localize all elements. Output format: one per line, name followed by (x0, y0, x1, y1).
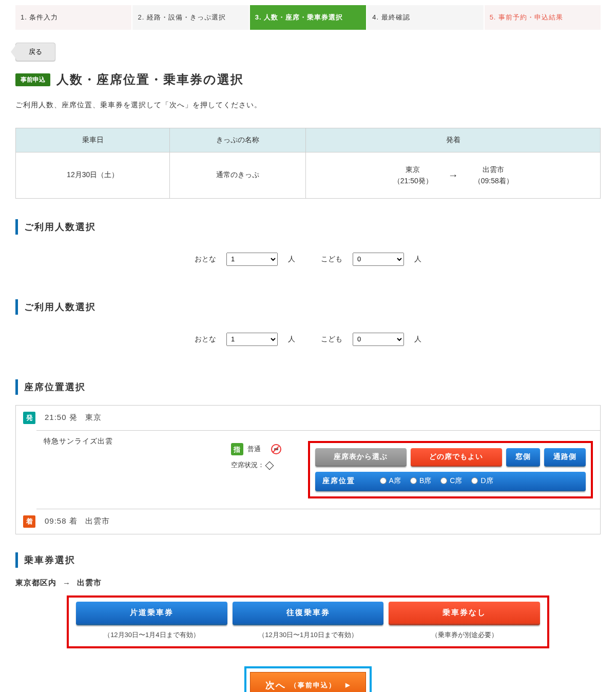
back-button[interactable]: 戻る (15, 43, 55, 61)
ticket-round-card: 往復乗車券 （12月30日〜1月10日まで有効） (233, 602, 384, 642)
step-2: 2. 経路・設備・きっぷ選択 (132, 5, 248, 30)
child-label-2: こども (321, 335, 342, 344)
next-wrap: 次へ （事前申込） ▶ (15, 666, 601, 692)
th-ticket: きっぷの名称 (170, 128, 306, 152)
no-ticket-button[interactable]: 乗車券なし (389, 602, 540, 625)
title-row: 事前申込 人数・座席位置・乗車券の選択 (15, 71, 601, 88)
seat-controls: 座席表から選ぶ どの席でもよい 窓側 通路側 座席位置 A席 B席 C席 D席 (301, 431, 600, 509)
ticket-none-card: 乗車券なし （乗車券が別途必要） (389, 602, 540, 642)
adult-select[interactable]: 1 (226, 253, 278, 266)
next-sub: （事前申込） (290, 681, 336, 690)
section-passenger-count: ご利用人数選択 (15, 219, 601, 235)
step-5: 5. 事前予約・申込結果 (485, 5, 601, 30)
seat-b-option[interactable]: B席 (410, 476, 431, 486)
oneway-note: （12月30日〜1月4日まで有効） (76, 625, 227, 642)
ticket-options-highlight: 片道乗車券 （12月30日〜1月4日まで有効） 往復乗車券 （12月30日〜1月… (67, 595, 549, 648)
from-station: 東京 (393, 164, 433, 175)
adult-select-2[interactable]: 1 (226, 333, 278, 346)
window-seat-button[interactable]: 窓側 (506, 448, 540, 467)
from-time: （21:50発） (393, 175, 433, 186)
arrow-right-icon: → (448, 169, 458, 181)
page-title: 人数・座席位置・乗車券の選択 (56, 71, 244, 88)
step-1: 1. 条件入力 (15, 5, 131, 30)
next-button[interactable]: 次へ （事前申込） ▶ (249, 671, 367, 692)
seat-c-option[interactable]: C席 (440, 476, 462, 486)
section-ticket-select: 乗車券選択 (15, 552, 601, 568)
section-passenger-count-2: ご利用人数選択 (15, 299, 601, 315)
train-name: 特急サンライズ出雲 (36, 431, 224, 509)
td-date: 12月30日（土） (16, 152, 170, 199)
seat-body: 特急サンライズ出雲 指普通 空席状況： 座席表から選ぶ どの席でもよい 窓側 通… (36, 430, 600, 509)
child-label: こども (321, 255, 342, 264)
td-route: 東京 （21:50発） → 出雲市 （09:58着） (306, 152, 601, 199)
seat-selection-box: 発 21:50 発 東京 特急サンライズ出雲 指普通 空席状況： 座席表から選ぶ… (15, 405, 601, 534)
chevron-right-icon: ▶ (345, 682, 351, 688)
step-3: 3. 人数・座席・乗車券選択 (250, 5, 366, 30)
departure-badge: 発 (23, 412, 35, 424)
unit-3: 人 (288, 335, 295, 344)
arrival-badge: 着 (23, 515, 35, 528)
unit-2: 人 (414, 255, 421, 264)
none-note: （乗車券が別途必要） (389, 625, 540, 642)
route-to: 出雲市 (77, 578, 102, 588)
arrival-time: 09:58 着 出雲市 (45, 516, 110, 526)
reserved-icon: 指 (231, 443, 243, 455)
oneway-ticket-button[interactable]: 片道乗車券 (76, 602, 227, 625)
seat-info: 指普通 空席状況： (224, 431, 301, 509)
vacancy-label: 空席状況： (231, 461, 264, 469)
to-time: （09:58着） (474, 175, 513, 186)
adult-label-2: おとな (195, 335, 216, 344)
to-station: 出雲市 (474, 164, 513, 175)
ticket-oneway-card: 片道乗車券 （12月30日〜1月4日まで有効） (76, 602, 227, 642)
passenger-count-row-2: おとな 1 人 こども 0 人 (15, 325, 601, 367)
seat-controls-highlight: 座席表から選ぶ どの席でもよい 窓側 通路側 座席位置 A席 B席 C席 D席 (308, 441, 593, 498)
vacancy-diamond-icon (265, 461, 274, 470)
round-ticket-button[interactable]: 往復乗車券 (233, 602, 384, 625)
any-seat-button[interactable]: どの席でもよい (411, 448, 502, 467)
step-4: 4. 最終確認 (367, 5, 483, 30)
th-date: 乗車日 (16, 128, 170, 152)
no-smoking-icon (271, 444, 281, 454)
route-from: 東京都区内 (15, 578, 56, 588)
preorder-badge: 事前申込 (15, 73, 50, 86)
seat-position-label: 座席位置 (322, 476, 355, 486)
instruction-text: ご利用人数、座席位置、乗車券を選択して「次へ」を押してください。 (15, 101, 601, 110)
ticket-route: 東京都区内 → 出雲市 (15, 578, 601, 588)
departure-row: 発 21:50 発 東京 (16, 406, 600, 430)
seat-position-bar: 座席位置 A席 B席 C席 D席 (315, 472, 586, 491)
adult-label: おとな (195, 255, 216, 264)
progress-steps: 1. 条件入力 2. 経路・設備・きっぷ選択 3. 人数・座席・乗車券選択 4.… (15, 5, 601, 30)
section-seat-position: 座席位置選択 (15, 379, 601, 395)
aisle-seat-button[interactable]: 通路側 (544, 448, 586, 467)
child-select-2[interactable]: 0 (353, 333, 404, 346)
class-label: 普通 (247, 445, 261, 453)
next-label: 次へ (265, 679, 286, 691)
unit-4: 人 (414, 335, 421, 344)
td-ticket: 通常のきっぷ (170, 152, 306, 199)
next-highlight: 次へ （事前申込） ▶ (244, 666, 372, 692)
arrival-row: 着 09:58 着 出雲市 (16, 509, 600, 534)
unit-1: 人 (288, 255, 295, 264)
trip-info-table: 乗車日 きっぷの名称 発着 12月30日（土） 通常のきっぷ 東京 （21:50… (15, 128, 601, 199)
seat-d-option[interactable]: D席 (471, 476, 493, 486)
child-select[interactable]: 0 (353, 253, 404, 266)
departure-time: 21:50 発 東京 (45, 413, 102, 422)
round-note: （12月30日〜1月10日まで有効） (233, 625, 384, 642)
seat-a-option[interactable]: A席 (380, 476, 401, 486)
th-route: 発着 (306, 128, 601, 152)
passenger-count-row-1: おとな 1 人 こども 0 人 (15, 245, 601, 286)
arrow-right-icon: → (63, 579, 71, 587)
seat-chart-button[interactable]: 座席表から選ぶ (315, 448, 407, 467)
